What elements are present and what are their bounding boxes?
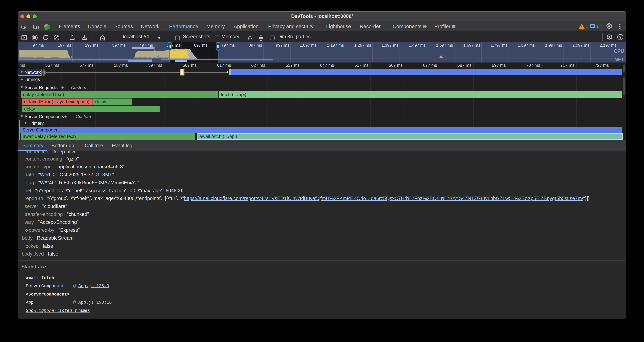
svg-text:CPU: CPU [614, 48, 624, 54]
svg-text:2,097 ms: 2,097 ms [572, 43, 589, 48]
svg-text:397 ms: 397 ms [112, 43, 126, 48]
svg-text:297 ms: 297 ms [85, 43, 98, 48]
svg-text:2,197 ms: 2,197 ms [600, 43, 616, 48]
svg-text:1,197 ms: 1,197 ms [327, 43, 344, 48]
svg-text:1,797 ms: 1,797 ms [490, 43, 508, 48]
svg-text:697 ms: 697 ms [194, 43, 208, 48]
svg-text:1,397 ms: 1,397 ms [382, 43, 398, 48]
svg-text:1,697 ms: 1,697 ms [463, 43, 480, 48]
svg-text:797 ms: 797 ms [222, 43, 235, 48]
svg-text:?: ? [619, 35, 622, 39]
svg-text:97 ms: 97 ms [33, 43, 44, 48]
svg-text:NET: NET [614, 57, 624, 62]
svg-text:497 ms: 497 ms [140, 43, 153, 48]
svg-text:997 ms: 997 ms [276, 43, 289, 48]
svg-text:1,897 ms: 1,897 ms [518, 43, 535, 48]
svg-text:1,497 ms: 1,497 ms [409, 43, 426, 48]
svg-text:1,097 ms: 1,097 ms [300, 43, 316, 48]
svg-text:1,997 ms: 1,997 ms [545, 43, 562, 48]
svg-text:197 ms: 197 ms [58, 43, 71, 48]
svg-text:897 ms: 897 ms [249, 43, 262, 48]
svg-text:1,297 ms: 1,297 ms [354, 43, 371, 48]
svg-text:1,597 ms: 1,597 ms [436, 43, 453, 48]
